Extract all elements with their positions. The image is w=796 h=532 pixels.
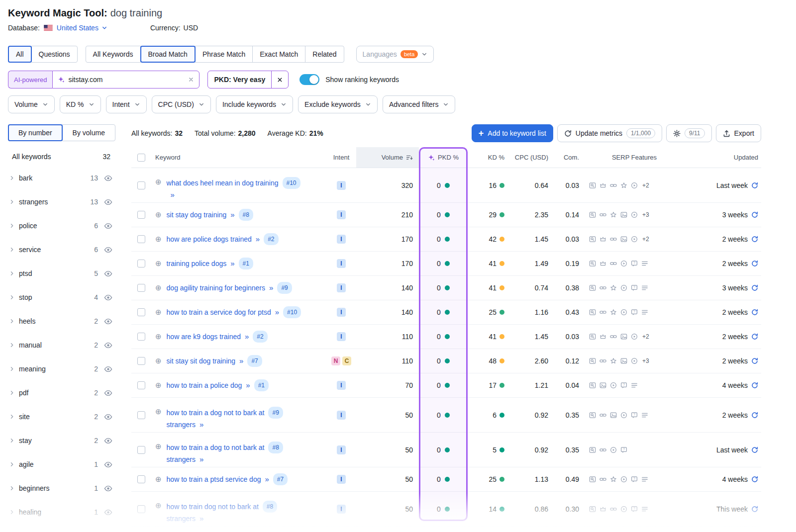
row-checkbox[interactable] xyxy=(137,381,145,389)
expand-keyword-icon[interactable]: ⊕ xyxy=(155,356,162,366)
database-select[interactable]: United States xyxy=(57,24,99,32)
refresh-icon[interactable] xyxy=(751,211,758,218)
refresh-icon[interactable] xyxy=(751,182,758,189)
group-name[interactable]: stop xyxy=(19,293,94,301)
chevron-right-icon[interactable] xyxy=(9,270,15,276)
ai-filter-input[interactable] xyxy=(68,76,185,84)
advanced-filters-dropdown[interactable]: Advanced filters xyxy=(383,95,456,113)
row-checkbox[interactable] xyxy=(137,211,145,219)
group-name[interactable]: site xyxy=(19,413,94,421)
expand-keyword-icon[interactable]: ⊕ xyxy=(155,407,162,417)
refresh-icon[interactable] xyxy=(751,260,758,267)
expand-keyword-icon[interactable]: ⊕ xyxy=(155,442,162,451)
group-name[interactable]: meaning xyxy=(19,365,94,373)
group-name[interactable]: beginners xyxy=(19,484,94,492)
expand-keyword-icon[interactable]: ⊕ xyxy=(155,283,162,293)
columns-settings-button[interactable]: 9/11 xyxy=(666,124,711,142)
eye-icon[interactable] xyxy=(104,269,112,278)
expand-keyword-icon[interactable]: ⊕ xyxy=(155,332,162,342)
cpc-filter-dropdown[interactable]: CPC (USD) xyxy=(152,95,211,113)
languages-dropdown[interactable]: Languages beta xyxy=(356,46,434,63)
rank-badge[interactable]: #7 xyxy=(273,473,288,485)
keyword-link[interactable]: dog agility training for beginners xyxy=(167,283,265,293)
eye-icon[interactable] xyxy=(104,460,112,469)
keyword-link[interactable]: how to train a service dog for ptsd xyxy=(167,307,271,317)
expand-keyword-icon[interactable]: ⊕ xyxy=(155,210,162,220)
open-serp-arrow-icon[interactable]: » xyxy=(230,210,234,220)
open-serp-arrow-icon[interactable]: » xyxy=(256,234,260,244)
keyword-link-line2[interactable]: strangers xyxy=(167,454,196,464)
keyword-link[interactable]: what does heel mean in dog training xyxy=(167,178,279,188)
chevron-right-icon[interactable] xyxy=(9,461,15,467)
tab-all-keywords[interactable]: All Keywords xyxy=(86,46,141,63)
rank-badge[interactable]: #10 xyxy=(283,177,300,189)
eye-icon[interactable] xyxy=(104,484,112,493)
open-serp-arrow-icon[interactable]: » xyxy=(245,332,249,342)
group-name[interactable]: ptsd xyxy=(19,269,94,277)
keyword-link[interactable]: sit stay dog training xyxy=(167,210,227,220)
serp-more-link[interactable]: +3 xyxy=(642,357,649,364)
eye-icon[interactable] xyxy=(104,198,112,206)
row-checkbox[interactable] xyxy=(137,181,145,189)
chevron-down-icon[interactable] xyxy=(101,25,107,31)
chevron-right-icon[interactable] xyxy=(9,509,15,515)
row-checkbox[interactable] xyxy=(137,260,145,267)
keyword-link-line2[interactable]: strangers xyxy=(167,420,196,430)
refresh-icon[interactable] xyxy=(751,506,758,513)
row-checkbox[interactable] xyxy=(137,446,145,454)
open-serp-arrow-icon[interactable]: » xyxy=(275,307,279,317)
eye-icon[interactable] xyxy=(104,413,112,421)
pkd-column-header[interactable]: PKD % xyxy=(419,154,468,161)
row-checkbox[interactable] xyxy=(137,505,145,513)
group-name[interactable]: stay xyxy=(19,437,94,444)
sidebar-keyword-group[interactable]: service 6 xyxy=(8,238,115,262)
keyword-link[interactable]: how to train a police dog xyxy=(167,380,242,390)
rank-badge[interactable]: #2 xyxy=(264,233,278,245)
refresh-icon[interactable] xyxy=(751,476,758,483)
group-name[interactable]: police xyxy=(19,222,94,230)
group-name[interactable]: heels xyxy=(19,317,94,325)
open-serp-arrow-icon[interactable]: » xyxy=(171,190,175,200)
refresh-icon[interactable] xyxy=(751,382,758,389)
keyword-link-line2[interactable]: strangers xyxy=(167,514,196,524)
tab-questions[interactable]: Questions xyxy=(31,46,78,63)
open-serp-arrow-icon[interactable]: » xyxy=(269,283,273,293)
sort-by-volume-button[interactable]: By volume xyxy=(62,124,116,141)
expand-keyword-icon[interactable]: ⊕ xyxy=(155,259,162,268)
clear-input-icon[interactable] xyxy=(188,77,194,83)
sidebar-keyword-group[interactable]: healing 1 xyxy=(8,500,115,524)
sidebar-keyword-group[interactable]: bark 13 xyxy=(8,166,115,190)
kd-filter-dropdown[interactable]: KD % xyxy=(60,95,101,113)
chevron-right-icon[interactable] xyxy=(9,247,15,253)
expand-keyword-icon[interactable]: ⊕ xyxy=(155,501,162,511)
chevron-right-icon[interactable] xyxy=(9,438,15,443)
eye-icon[interactable] xyxy=(104,437,112,445)
chevron-right-icon[interactable] xyxy=(9,414,15,420)
expand-keyword-icon[interactable]: ⊕ xyxy=(155,474,162,484)
select-all-checkbox[interactable] xyxy=(137,154,145,162)
sidebar-keyword-group[interactable]: ptsd 5 xyxy=(8,262,115,285)
eye-icon[interactable] xyxy=(104,293,112,302)
volume-column-header[interactable]: Volume xyxy=(356,147,419,168)
volume-filter-dropdown[interactable]: Volume xyxy=(8,95,55,113)
kd-column-header[interactable]: KD % xyxy=(468,154,511,161)
keyword-link[interactable]: how to train a dog not to bark at xyxy=(167,408,265,418)
keyword-column-header[interactable]: Keyword xyxy=(151,154,326,161)
chevron-right-icon[interactable] xyxy=(9,199,15,205)
eye-icon[interactable] xyxy=(104,317,112,326)
rank-badge[interactable]: #8 xyxy=(263,501,277,513)
sidebar-keyword-group[interactable]: police 6 xyxy=(8,214,115,238)
update-metrics-button[interactable]: Update metrics 1/1,000 xyxy=(557,124,662,142)
serp-more-link[interactable]: +2 xyxy=(642,333,649,340)
eye-icon[interactable] xyxy=(104,174,112,182)
expand-keyword-icon[interactable]: ⊕ xyxy=(155,307,162,317)
row-checkbox[interactable] xyxy=(137,333,145,341)
sidebar-keyword-group[interactable]: manual 2 xyxy=(8,333,115,357)
sidebar-keyword-group[interactable]: stay 2 xyxy=(8,429,115,452)
intent-filter-dropdown[interactable]: Intent xyxy=(106,95,147,113)
refresh-icon[interactable] xyxy=(751,412,758,419)
eye-icon[interactable] xyxy=(104,365,112,373)
keyword-link[interactable]: how are k9 dogs trained xyxy=(167,332,241,342)
refresh-icon[interactable] xyxy=(751,284,758,291)
row-checkbox[interactable] xyxy=(137,411,145,419)
